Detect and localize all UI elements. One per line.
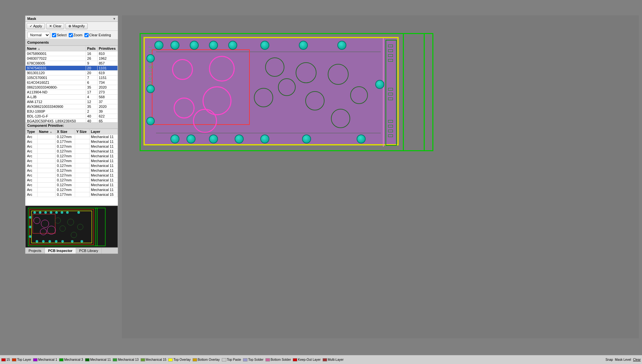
layer-label-toppaste: Top Paste xyxy=(227,358,241,361)
prim-col-xsize[interactable]: X Size xyxy=(56,129,75,134)
layer-sq-mech1 xyxy=(33,358,38,361)
prim-col-name[interactable]: Name ▲ xyxy=(38,129,56,134)
pad-teal-bot-1 xyxy=(170,134,179,143)
primitive-row[interactable]: Arc 0.127mm Mechanical 11 xyxy=(26,183,118,187)
component-row[interactable]: B3U-1000P 2 39 xyxy=(26,109,118,114)
clear-button[interactable]: ✕ Clear xyxy=(46,23,64,29)
pad-dg-7 xyxy=(331,109,350,128)
mode-select[interactable]: Normal Dimmed Hidden xyxy=(27,32,50,38)
clear-existing-checkbox[interactable] xyxy=(84,33,89,37)
zoom-checkbox-label[interactable]: Zoom xyxy=(69,33,82,37)
prim-type-cell: Arc xyxy=(26,173,38,178)
comp-name-cell: AVX086210033340900 xyxy=(26,104,86,109)
component-row[interactable]: 614C04160Z1 6 734 xyxy=(26,80,118,85)
component-row[interactable]: 678C08005 9 857 xyxy=(26,61,118,66)
comp-primitives-cell: 2020 xyxy=(97,104,117,109)
primitive-row[interactable]: Arc 0.127mm Mechanical 11 xyxy=(26,168,118,173)
prim-layer-cell: Mechanical 11 xyxy=(90,173,118,178)
layer-indicator-mech3: Mechanical 3 xyxy=(59,358,83,361)
comp-primitives-cell: 622 xyxy=(97,114,117,119)
primitive-row[interactable]: Arc 0.127mm Mechanical 11 xyxy=(26,178,118,183)
comp-name-cell: 086210033340800- xyxy=(26,85,86,90)
pcb-pink-separator xyxy=(383,38,384,147)
comp-pads-cell: 35 xyxy=(86,85,97,90)
component-row[interactable]: A113904-ND 17 273 xyxy=(26,90,118,95)
col-pads-header[interactable]: Pads xyxy=(86,46,97,51)
prim-xsize-cell: 0.127mm xyxy=(56,168,75,173)
primitives-section-header: Component Primitive: xyxy=(25,123,118,129)
pad-teal-2 xyxy=(170,41,179,50)
primitive-row[interactable]: Arc 0.127mm Mechanical 11 xyxy=(26,187,118,192)
col-name-header[interactable]: Name ▲ xyxy=(26,46,86,51)
tab-pcb-inspector[interactable]: PCB Inspector xyxy=(45,248,76,254)
component-row[interactable]: 086210033340800- 35 2020 xyxy=(26,85,118,90)
primitive-row[interactable]: Arc 0.127mm Mechanical 11 xyxy=(26,144,118,149)
thumbnail-canvas xyxy=(26,206,118,247)
component-row[interactable]: AIM-1712 12 37 xyxy=(26,100,118,104)
mask-level-label: Mask Level xyxy=(615,358,631,361)
component-row[interactable]: BDL-120-G-F 40 622 xyxy=(26,114,118,119)
prim-layer-cell: Mechanical 11 xyxy=(90,183,118,187)
layer-indicator-toppaste: Top Paste xyxy=(222,358,241,361)
comp-primitives-cell: 65 xyxy=(97,119,117,123)
panel-collapse-arrow[interactable]: ▼ xyxy=(113,17,116,21)
zoom-checkbox[interactable] xyxy=(69,33,73,37)
prim-layer-cell: Mechanical 11 xyxy=(90,163,118,168)
tab-projects[interactable]: Projects xyxy=(25,248,45,254)
layer-indicator-botoverlay: Bottom Overlay xyxy=(193,358,220,361)
prim-col-ysize[interactable]: Y Size xyxy=(75,129,89,134)
comp-name-cell: 614C04160Z1 xyxy=(26,80,86,85)
select-checkbox[interactable] xyxy=(52,33,56,37)
primitive-row[interactable]: Arc 0.127mm Mechanical 11 xyxy=(26,173,118,178)
tab-pcb-library[interactable]: PCB Library xyxy=(76,248,102,254)
component-row[interactable]: 0483077022 26 1962 xyxy=(26,56,118,61)
col-primitives-header[interactable]: Primitives xyxy=(97,46,117,51)
prim-ysize-cell xyxy=(75,187,89,192)
status-bar: 15 Top Layer Mechanical 1 Mechanical 3 M… xyxy=(0,355,642,364)
layer-indicator-num: 15 xyxy=(1,358,10,361)
component-row[interactable]: 901301120 20 619 xyxy=(26,71,118,75)
prim-layer-cell: Mechanical 11 xyxy=(90,149,118,154)
primitive-row[interactable]: Arc 0.127mm Mechanical 11 xyxy=(26,134,118,139)
comp-primitives-cell: 1101 xyxy=(97,66,117,71)
layer-sq-botsolder xyxy=(265,358,270,361)
component-row[interactable]: AVX086210033340900 35 2020 xyxy=(26,104,118,109)
primitive-row[interactable]: Arc 0.127mm Mechanical 11 xyxy=(26,163,118,168)
component-row[interactable]: 0475890001 16 810 xyxy=(26,51,118,56)
status-clear-label[interactable]: Clear xyxy=(633,358,641,361)
comp-primitives-cell: 568 xyxy=(97,95,117,100)
primitive-row[interactable]: Arc 0.127mm Mechanical 11 xyxy=(26,159,118,163)
primitive-row[interactable]: Arc 0.127mm Mechanical 11 xyxy=(26,154,118,159)
prim-ysize-cell xyxy=(75,154,89,159)
pad-dg-5 xyxy=(305,91,325,110)
prim-name-cell xyxy=(38,159,56,163)
components-table-container[interactable]: Name ▲ Pads Primitives 0475890001 16 810… xyxy=(25,46,118,123)
prim-layer-cell: Mechanical 11 xyxy=(90,154,118,159)
prim-col-layer[interactable]: Layer xyxy=(90,129,118,134)
prim-col-type[interactable]: Type xyxy=(26,129,38,134)
apply-button[interactable]: ✓ Apply xyxy=(27,23,45,29)
layer-indicator-mech1: Mechanical 1 xyxy=(33,358,57,361)
component-row[interactable]: 9747540101 20 1101 xyxy=(26,66,118,71)
component-row[interactable]: 105C570001 7 1151 xyxy=(26,75,118,80)
mask-toolbar: ✓ Apply ✕ Clear ⊕ Magnify xyxy=(25,22,118,31)
magnify-button[interactable]: ⊕ Magnify xyxy=(65,23,88,29)
primitives-table-container[interactable]: Type Name ▲ X Size Y Size Layer Arc 0.12… xyxy=(25,129,118,206)
comp-name-cell: AIM-1712 xyxy=(26,100,86,104)
prim-name-cell xyxy=(38,168,56,173)
primitive-row[interactable]: Arc 0.127mm Mechanical 11 xyxy=(26,149,118,154)
pad-dg-4 xyxy=(296,62,317,83)
prim-type-cell: Arc xyxy=(26,159,38,163)
primitive-row[interactable]: Arc 0.177mm Mechanical 15 xyxy=(26,192,118,197)
pad-dg-1 xyxy=(265,57,284,77)
component-row[interactable]: BGA20C50P4X5_L89X239X50 40 65 xyxy=(26,119,118,123)
component-row[interactable]: A-LJB 4 568 xyxy=(26,95,118,100)
primitive-row[interactable]: Arc 0.177mm Mechanical 11 xyxy=(26,139,118,144)
layer-indicator-multilayer: Multi-Layer xyxy=(323,358,343,361)
clear-existing-checkbox-label[interactable]: Clear Existing xyxy=(84,33,111,37)
prim-type-cell: Arc xyxy=(26,144,38,149)
prim-xsize-cell: 0.127mm xyxy=(56,159,75,163)
select-checkbox-label[interactable]: Select xyxy=(52,33,67,37)
comp-pads-cell: 7 xyxy=(86,75,97,80)
layer-indicator-mech11: Mechanical 11 xyxy=(85,358,111,361)
